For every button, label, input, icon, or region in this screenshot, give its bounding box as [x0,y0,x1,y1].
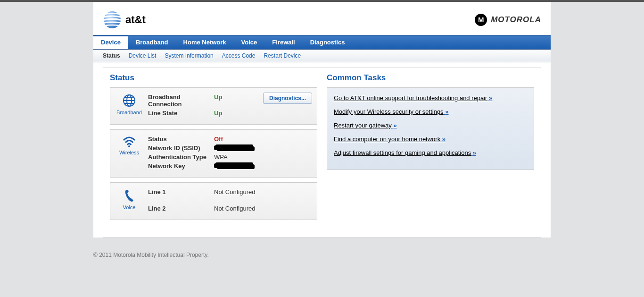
svg-point-6 [128,145,130,147]
subnav-system-information[interactable]: System Information [165,52,213,59]
row-ssid: Network ID (SSID) [148,144,312,152]
val-broadband-connection: Up [214,93,222,108]
arrow-icon: » [473,149,476,156]
val-line2: Not Configured [214,205,255,212]
val-line1: Not Configured [214,188,255,195]
lbl-wireless-status: Status [148,136,214,143]
subnav-access-code[interactable]: Access Code [222,52,256,59]
task-find-computer-text: Find a computer on your home network [334,136,440,143]
nav-firewall[interactable]: Firewall [264,35,302,49]
phone-icon [123,188,135,203]
row-line1: Line 1 Not Configured [148,188,312,195]
row-wireless-status: Status Off [148,136,312,143]
wireless-body: Status Off Network ID (SSID) Authenticat… [148,136,312,171]
page-container: at&t M MOTOROLA Device Broadband Home Ne… [93,2,551,238]
wireless-icon-block: Wireless [115,136,143,171]
lbl-broadband-connection: Broadband Connection [148,93,214,108]
task-find-computer[interactable]: Find a computer on your home network » [334,136,527,143]
arrow-icon: » [442,136,446,143]
nav-voice[interactable]: Voice [234,35,265,49]
row-network-key: Network Key [148,162,312,170]
broadband-icon-label: Broadband [116,110,142,115]
wifi-icon [122,136,136,148]
task-restart-gateway[interactable]: Restart your gateway » [334,122,527,129]
task-att-support[interactable]: Go to AT&T online support for troublesho… [334,94,527,102]
status-column: Status Diagnostics... Broadband Broad [110,73,317,225]
globe-icon [122,93,136,108]
arrow-icon: » [445,108,448,115]
diagnostics-button[interactable]: Diagnostics... [263,93,312,104]
row-line-state: Line State Up [148,110,312,117]
arrow-icon: » [393,122,396,129]
task-wireless-settings-text: Modify your Wireless security or setting… [334,108,444,115]
footer-copyright: © 2011 Motorola Mobility Intellectual Pr… [93,252,551,272]
tasks-column: Common Tasks Go to AT&T online support f… [327,73,534,225]
task-firewall-settings-text: Adjust firewall settings for gaming and … [334,149,471,156]
status-title: Status [110,73,317,83]
lbl-line1: Line 1 [148,188,214,195]
val-ssid [214,144,252,152]
att-logo: at&t [103,10,146,29]
motorola-logo: M MOTOROLA [475,14,541,26]
lbl-auth-type: Authentication Type [148,153,214,161]
subnav-restart-device[interactable]: Restart Device [264,52,301,59]
panel-broadband: Diagnostics... Broadband Broadband Conne… [110,87,317,125]
tasks-title: Common Tasks [327,73,534,83]
lbl-network-key: Network Key [148,162,214,170]
voice-body: Line 1 Not Configured Line 2 Not Configu… [148,188,312,214]
motorola-text: MOTOROLA [491,15,541,25]
wireless-icon-label: Wireless [119,150,139,155]
subnav-device-list[interactable]: Device List [129,52,157,59]
panel-voice: Voice Line 1 Not Configured Line 2 Not C… [110,182,317,220]
lbl-ssid: Network ID (SSID) [148,144,214,152]
val-auth-type: WPA [214,153,228,161]
broadband-icon-block: Broadband [115,93,143,119]
row-line2: Line 2 Not Configured [148,205,312,212]
nav-primary: Device Broadband Home Network Voice Fire… [93,35,551,50]
row-auth-type: Authentication Type WPA [148,153,312,161]
task-firewall-settings[interactable]: Adjust firewall settings for gaming and … [334,149,527,156]
lbl-line-state: Line State [148,110,214,117]
task-wireless-settings[interactable]: Modify your Wireless security or setting… [334,108,527,115]
tasks-panel: Go to AT&T online support for troublesho… [327,87,534,170]
att-text: at&t [125,14,146,26]
voice-icon-label: Voice [123,204,136,210]
motorola-m-icon: M [475,14,487,26]
val-line-state: Up [214,110,222,117]
nav-diagnostics[interactable]: Diagnostics [303,35,353,49]
lbl-line2: Line 2 [148,205,214,212]
nav-secondary: Status Device List System Information Ac… [93,50,551,62]
header: at&t M MOTOROLA [93,2,551,35]
nav-broadband[interactable]: Broadband [128,35,176,49]
content: Status Diagnostics... Broadband Broad [103,67,541,238]
arrow-icon: » [489,94,492,102]
val-wireless-status: Off [214,136,223,143]
nav-home-network[interactable]: Home Network [176,35,234,49]
task-restart-gateway-text: Restart your gateway [334,122,392,129]
task-att-support-text: Go to AT&T online support for troublesho… [334,94,487,102]
panel-wireless: Wireless Status Off Network ID (SSID) Au… [110,129,317,178]
voice-icon-block: Voice [115,188,143,214]
redacted-key [214,163,252,168]
redacted-ssid [214,145,252,150]
nav-device[interactable]: Device [93,35,128,49]
subnav-status[interactable]: Status [103,52,120,59]
att-globe-icon [103,10,122,29]
val-network-key [214,162,252,170]
